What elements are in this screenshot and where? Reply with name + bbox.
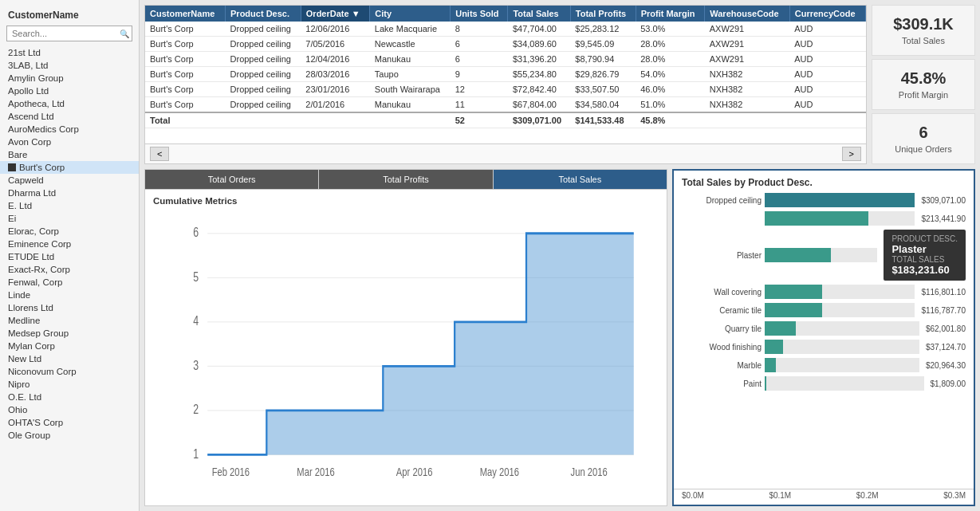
table-header[interactable]: CurrencyCode bbox=[789, 6, 865, 22]
table-cell: Newcastle bbox=[370, 37, 451, 52]
sidebar-item[interactable]: Burt's Corp bbox=[0, 161, 139, 174]
table-scroll[interactable]: CustomerNameProduct Desc.OrderDate ▼City… bbox=[145, 6, 866, 143]
bar-chart-panel: Total Sales by Product Desc. Dropped cei… bbox=[672, 169, 975, 506]
table-cell: Burt's Corp bbox=[145, 22, 226, 37]
chart-tab[interactable]: Total Sales bbox=[494, 170, 667, 189]
sidebar-item[interactable]: E. Ltd bbox=[0, 199, 139, 212]
bar-label: Wall covering bbox=[682, 288, 762, 297]
search-input[interactable] bbox=[6, 26, 132, 41]
sidebar-item[interactable]: Eminence Corp bbox=[0, 238, 139, 250]
sidebar-item-label: Mylan Corp bbox=[8, 341, 55, 351]
search-icon: 🔍 bbox=[120, 29, 129, 38]
sidebar-item[interactable]: Mylan Corp bbox=[0, 340, 139, 352]
table-cell: AUD bbox=[789, 67, 865, 82]
bar-row: PlasterPRODUCT DESC.PlasterTOTAL SALES$1… bbox=[682, 230, 966, 281]
table-cell: Burt's Corp bbox=[145, 52, 226, 67]
bar-fill bbox=[765, 340, 783, 354]
tooltip-sales-value: $183,231.60 bbox=[891, 264, 958, 276]
table-header[interactable]: City bbox=[370, 6, 451, 22]
sidebar-item[interactable]: Amylin Group bbox=[0, 72, 139, 85]
table-cell: 28.0% bbox=[636, 52, 705, 67]
table-header[interactable]: Total Sales bbox=[508, 6, 570, 22]
sidebar-item[interactable]: Dharma Ltd bbox=[0, 187, 139, 199]
chart-tab[interactable]: Total Orders bbox=[145, 170, 319, 189]
sidebar-item-label: Eminence Corp bbox=[8, 239, 71, 249]
chart-tab[interactable]: Total Profits bbox=[319, 170, 493, 189]
tooltip: PRODUCT DESC.PlasterTOTAL SALES$183,231.… bbox=[884, 230, 966, 281]
bar-track bbox=[765, 193, 915, 207]
sidebar-item[interactable]: 21st Ltd bbox=[0, 46, 139, 59]
table-cell: Dropped ceiling bbox=[226, 67, 301, 82]
bar-fill bbox=[765, 376, 766, 391]
table-row[interactable]: Burt's CorpDropped ceiling2/01/2016Manuk… bbox=[145, 97, 866, 113]
sidebar-item[interactable]: Nipro bbox=[0, 378, 139, 391]
chart-title: Cumulative Metrics bbox=[145, 190, 667, 207]
bar-row: Dropped ceiling$309,071.00 bbox=[682, 193, 966, 207]
sidebar-item[interactable]: Ole Group bbox=[0, 429, 139, 442]
sidebar-item[interactable]: Ascend Ltd bbox=[0, 110, 139, 123]
tooltip-product-label: PRODUCT DESC. bbox=[891, 234, 958, 243]
sidebar-item[interactable]: 3LAB, Ltd bbox=[0, 59, 139, 72]
table-row[interactable]: Burt's CorpDropped ceiling23/01/2016Sout… bbox=[145, 82, 866, 97]
sidebar-item[interactable]: AuroMedics Corp bbox=[0, 123, 139, 136]
bar-value: $213,441.90 bbox=[921, 214, 966, 223]
table-cell: AXW291 bbox=[705, 52, 790, 67]
bar-row: Quarry tile$62,001.80 bbox=[682, 321, 966, 336]
prev-button[interactable]: < bbox=[150, 147, 169, 161]
bar-track bbox=[765, 211, 915, 226]
sidebar-item[interactable]: Fenwal, Corp bbox=[0, 276, 139, 289]
sidebar-item[interactable]: Apotheca, Ltd bbox=[0, 97, 139, 110]
sidebar-item[interactable]: OHTA'S Corp bbox=[0, 416, 139, 429]
table-total-cell bbox=[301, 112, 370, 128]
sidebar-item[interactable]: ETUDE Ltd bbox=[0, 250, 139, 263]
bar-label: Ceramic tile bbox=[682, 306, 762, 315]
axis-label: $0.3M bbox=[943, 491, 966, 500]
stats-panel: $309.1K Total Sales 45.8% Profit Margin … bbox=[872, 5, 975, 164]
table-header[interactable]: CustomerName bbox=[145, 6, 226, 22]
table-cell: AUD bbox=[789, 37, 865, 52]
table-cell: NXH382 bbox=[705, 97, 790, 113]
sidebar-item[interactable]: Apollo Ltd bbox=[0, 85, 139, 97]
sidebar-item[interactable]: Medsep Group bbox=[0, 327, 139, 340]
sidebar-item[interactable]: Ohio bbox=[0, 403, 139, 416]
sidebar-item[interactable]: Linde bbox=[0, 289, 139, 301]
table-cell: 9 bbox=[451, 67, 508, 82]
sidebar-item[interactable]: Niconovum Corp bbox=[0, 365, 139, 378]
sidebar-item-label: Bare bbox=[8, 150, 27, 159]
sidebar-item[interactable]: Exact-Rx, Corp bbox=[0, 263, 139, 276]
table-header[interactable]: Product Desc. bbox=[226, 6, 301, 22]
sidebar-item[interactable]: Ei bbox=[0, 212, 139, 225]
sidebar-item[interactable]: Avon Corp bbox=[0, 136, 139, 148]
table-cell: 6 bbox=[451, 52, 508, 67]
table-cell: 12/04/2016 bbox=[301, 52, 370, 67]
sidebar-item[interactable]: New Ltd bbox=[0, 352, 139, 365]
sidebar-item-label: OHTA'S Corp bbox=[8, 418, 63, 427]
table-header[interactable]: Units Sold bbox=[451, 6, 508, 22]
bar-track bbox=[765, 303, 915, 317]
bar-row: Ceramic tile$116,787.70 bbox=[682, 303, 966, 317]
table-cell: Burt's Corp bbox=[145, 97, 226, 113]
table-cell: AUD bbox=[789, 52, 865, 67]
table-cell: $55,234.80 bbox=[508, 67, 570, 82]
sidebar-item[interactable]: Medline bbox=[0, 314, 139, 327]
svg-text:3: 3 bbox=[193, 358, 199, 372]
sidebar-item[interactable]: O.E. Ltd bbox=[0, 391, 139, 403]
table-header[interactable]: Profit Margin bbox=[636, 6, 705, 22]
sidebar-item[interactable]: Bare bbox=[0, 148, 139, 161]
total-sales-card: $309.1K Total Sales bbox=[872, 5, 975, 56]
sidebar-item[interactable]: Elorac, Corp bbox=[0, 225, 139, 238]
table-cell: $25,283.12 bbox=[570, 22, 636, 37]
sidebar-item-label: Exact-Rx, Corp bbox=[8, 265, 70, 274]
table-header[interactable]: Total Profits bbox=[570, 6, 636, 22]
table-row[interactable]: Burt's CorpDropped ceiling7/05/2016Newca… bbox=[145, 37, 866, 52]
sidebar-item[interactable]: Capweld bbox=[0, 174, 139, 187]
sidebar-item[interactable]: Llorens Ltd bbox=[0, 301, 139, 314]
next-button[interactable]: > bbox=[842, 147, 861, 161]
table-row[interactable]: Burt's CorpDropped ceiling12/04/2016Manu… bbox=[145, 52, 866, 67]
table-row[interactable]: Burt's CorpDropped ceiling12/06/2016Lake… bbox=[145, 22, 866, 37]
table-header[interactable]: OrderDate ▼ bbox=[301, 6, 370, 22]
table-row[interactable]: Burt's CorpDropped ceiling28/03/2016Taup… bbox=[145, 67, 866, 82]
table-header[interactable]: WarehouseCode bbox=[705, 6, 790, 22]
table-cell: AXW291 bbox=[705, 22, 790, 37]
table-cell: 12 bbox=[451, 82, 508, 97]
